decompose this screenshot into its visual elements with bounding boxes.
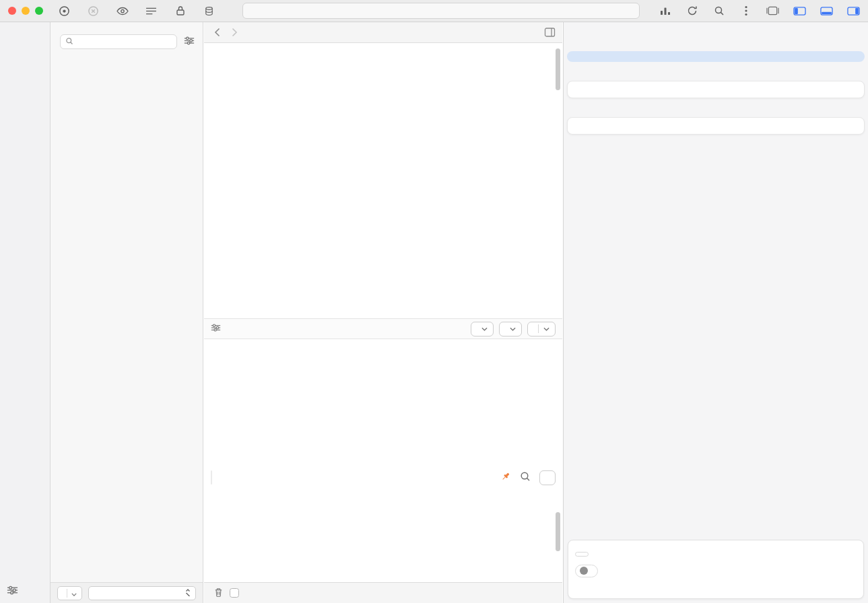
- filter-icon[interactable]: [7, 586, 18, 597]
- search-icon: [65, 37, 73, 47]
- beautify-button[interactable]: [499, 322, 522, 336]
- search-icon[interactable]: [712, 5, 725, 17]
- eye-icon[interactable]: [116, 5, 129, 17]
- results-tabs: [211, 470, 212, 485]
- add-context-button[interactable]: [575, 552, 589, 557]
- chevron-down-icon: [481, 327, 488, 331]
- assistant-conversation[interactable]: [564, 46, 868, 538]
- back-icon[interactable]: [211, 26, 223, 38]
- limit-select[interactable]: [471, 322, 494, 336]
- split-panel-icon[interactable]: [544, 28, 556, 37]
- record-icon[interactable]: [58, 5, 71, 17]
- filter-icon[interactable]: [184, 36, 195, 47]
- sidebar-search-row: [51, 31, 203, 52]
- assistant-code-block-1: [567, 81, 865, 98]
- editor-scrollbar[interactable]: [556, 48, 560, 90]
- window-layout-icon[interactable]: [766, 5, 779, 17]
- assistant-composer: [568, 540, 864, 599]
- chevron-down-icon: [510, 327, 516, 331]
- results-grid[interactable]: [204, 339, 562, 468]
- toggle-bottom-panel-icon[interactable]: [820, 5, 833, 17]
- main-panel: [204, 22, 562, 603]
- search-results-icon[interactable]: [520, 471, 531, 484]
- editor-tabbar: [204, 22, 562, 43]
- toggle-left-panel-icon[interactable]: [793, 5, 806, 17]
- select-chevrons-icon: [185, 588, 191, 598]
- connections-dock: [0, 22, 51, 603]
- message-scrollbar[interactable]: [556, 512, 560, 551]
- titlebar-left-tools: [58, 5, 232, 17]
- trash-icon[interactable]: [213, 587, 224, 600]
- zoom-window-button[interactable]: [35, 7, 43, 15]
- editor-statusbar: [204, 318, 562, 339]
- sidebar-search-input[interactable]: [60, 34, 177, 49]
- queue-rows-icon[interactable]: [145, 5, 158, 17]
- message-footer: [204, 582, 562, 603]
- chevron-down-icon: [543, 327, 549, 331]
- results-toolbar: [204, 468, 562, 487]
- run-current-button[interactable]: [527, 322, 556, 336]
- minimize-window-button[interactable]: [22, 7, 30, 15]
- window-controls: [8, 7, 43, 15]
- assistant-panel: [563, 22, 868, 603]
- anthropic-logo-icon: [580, 567, 588, 575]
- provider-select[interactable]: [575, 565, 598, 577]
- chevron-down-icon: [71, 588, 77, 598]
- more-icon[interactable]: [739, 5, 752, 17]
- user-message-bubble: [567, 51, 865, 62]
- add-item-button[interactable]: [57, 586, 82, 600]
- sidebar: [51, 22, 203, 603]
- connection-title[interactable]: [242, 3, 640, 19]
- close-window-button[interactable]: [8, 7, 16, 15]
- sidebar-footer: [51, 582, 203, 603]
- lock-icon[interactable]: [174, 5, 187, 17]
- cancel-icon[interactable]: [87, 5, 100, 17]
- schema-select[interactable]: [88, 586, 196, 600]
- refresh-icon[interactable]: [686, 5, 698, 17]
- titlebar-right-tools: [659, 5, 860, 17]
- filter-icon[interactable]: [211, 324, 221, 334]
- sql-editor[interactable]: [204, 43, 562, 318]
- pin-icon[interactable]: [500, 471, 511, 484]
- forward-icon[interactable]: [228, 26, 240, 38]
- export-button[interactable]: [539, 470, 556, 485]
- chart-icon[interactable]: [659, 5, 671, 17]
- database-icon[interactable]: [203, 5, 215, 17]
- message-panel[interactable]: [204, 487, 562, 582]
- syntax-highlighting-checkbox[interactable]: [230, 588, 239, 598]
- toggle-right-panel-icon[interactable]: [847, 5, 860, 17]
- tableplus-window: [0, 0, 868, 603]
- assistant-code-block-2: [567, 117, 865, 135]
- titlebar: [0, 0, 868, 22]
